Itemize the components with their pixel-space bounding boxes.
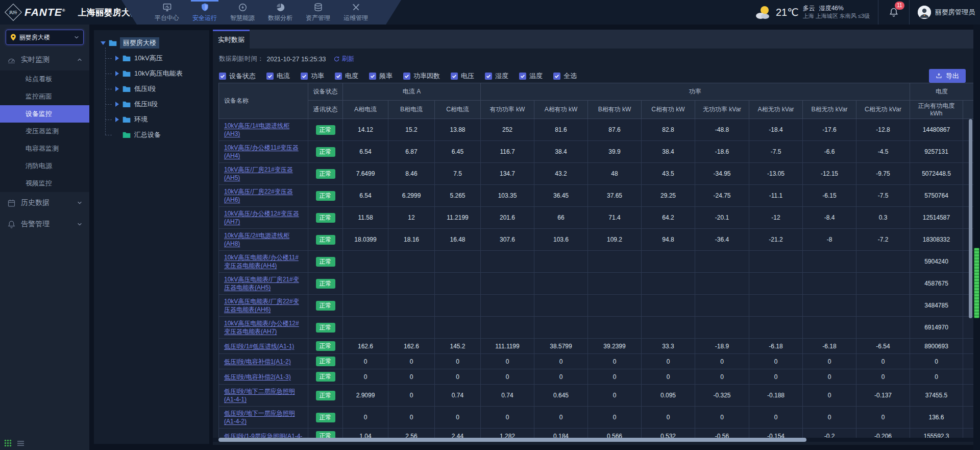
horizontal-scrollbar-thumb[interactable]	[218, 438, 806, 442]
sidebar-subitem[interactable]: 站点看板	[0, 70, 89, 88]
device-link[interactable]: 10kV高压电能表/办公楼12#变压器电能表(AH7)	[224, 320, 299, 335]
table-row: 低压I段/电容补偿2(A1-3)正常000000000000	[219, 369, 974, 385]
value-cell: 39.9	[588, 141, 642, 163]
device-link[interactable]: 低压I段/1-9层应急照明(A1-4-	[224, 433, 302, 438]
tree-node[interactable]: 低压II段	[94, 97, 209, 112]
status-badge: 正常	[316, 323, 335, 333]
notifications-button[interactable]: 11	[878, 0, 909, 25]
value-cell: 12	[388, 207, 435, 229]
weather-widget: 21℃ 多云 湿度46% 上海 上海城区 东南风 ≤3级	[753, 5, 878, 20]
device-link[interactable]: 低压I段/地下二层应急照明(A1-4-1)	[224, 388, 295, 403]
device-link[interactable]: 10kV高压/2#电源进线柜(AH8)	[224, 232, 289, 247]
tree-leaf-node[interactable]: 汇总设备	[94, 127, 209, 143]
caret-down-icon	[101, 41, 106, 45]
value-cell	[534, 295, 588, 317]
value-cell: 43.2	[534, 163, 588, 185]
tree-root-node[interactable]: 丽婴房大楼	[94, 35, 209, 51]
value-cell: 0.532	[642, 429, 695, 438]
filter-checkbox[interactable]: 湿度	[485, 72, 508, 81]
list-icon[interactable]	[17, 440, 24, 446]
device-link[interactable]: 10kV高压/1#电源进线柜(AH3)	[224, 122, 289, 137]
status-badge: 正常	[316, 191, 335, 201]
table-vertical-scrollbar-thumb[interactable]	[969, 119, 972, 318]
filter-checkbox[interactable]: 设备状态	[219, 72, 256, 81]
device-link[interactable]: 10kV高压电能表/办公楼11#变压器电能表(AH4)	[224, 254, 299, 269]
filter-checkbox[interactable]: 全选	[553, 72, 577, 81]
value-cell: 6914970	[910, 317, 963, 339]
nav-item-platform-center[interactable]: 平台中心	[152, 0, 182, 25]
device-link[interactable]: 低压I段/地下一层应急照明(A1-4-2)	[224, 410, 295, 425]
status-badge: 正常	[316, 169, 335, 179]
device-link[interactable]: 10kV高压/厂房22#变压器(AH6)	[224, 188, 293, 203]
device-link[interactable]: 10kV高压电能表/厂房22#变压器电能表(AH6)	[224, 298, 299, 313]
value-cell: -34.95	[695, 163, 749, 185]
tree-node[interactable]: 低压I段	[94, 81, 209, 97]
filter-checkbox[interactable]: 功率	[301, 72, 324, 81]
device-link[interactable]: 10kV高压电能表/厂房21#变压器电能表(AH5)	[224, 276, 299, 291]
value-cell: 0	[588, 354, 642, 369]
col-header-active-power-a: A相有功 kW	[534, 101, 588, 119]
sidebar-subitem[interactable]: 消防电源	[0, 157, 89, 175]
sidebar-subitem[interactable]: 视频监控	[0, 175, 89, 192]
user-menu[interactable]: 丽婴房管理员	[909, 0, 975, 25]
device-link[interactable]: 低压I段/电容补偿2(A1-3)	[224, 373, 291, 381]
device-link[interactable]: 低压I段/1#低压进线(A1-1)	[224, 343, 294, 350]
station-selector[interactable]: 丽婴房大楼	[6, 30, 84, 45]
sidebar-item-alarm-management[interactable]: 告警管理	[0, 214, 89, 235]
comm-status-cell: 正常	[308, 429, 343, 438]
filter-checkbox[interactable]: 频率	[369, 72, 393, 81]
shield-icon	[200, 3, 210, 12]
value-cell: -7.2	[856, 229, 910, 251]
comm-status-cell: 正常	[308, 385, 343, 407]
avatar	[918, 6, 931, 19]
sidebar-subitem[interactable]: 变压器监测	[0, 123, 89, 140]
status-badge: 正常	[316, 125, 335, 135]
device-link[interactable]: 10kV高压/厂房21#变压器(AH5)	[224, 166, 293, 181]
device-table-body: 10kV高压/1#电源进线柜(AH3)正常14.1215.213.8825281…	[219, 119, 974, 438]
value-cell	[534, 317, 588, 339]
nav-item-smart-energy[interactable]: 智慧能源	[228, 0, 257, 25]
filter-checkbox[interactable]: 功率因数	[403, 72, 440, 81]
filter-checkbox[interactable]: 电度	[335, 72, 358, 81]
value-cell: 0	[695, 407, 749, 429]
device-link[interactable]: 10kV高压/办公楼11#变压器(AH4)	[224, 144, 299, 159]
sidebar-subitem[interactable]: 设备监控	[0, 105, 89, 123]
caret-right-icon	[115, 71, 119, 76]
notification-badge: 11	[895, 2, 904, 10]
device-name-cell: 低压I段/1#低压进线(A1-1)	[219, 339, 308, 354]
filter-checkbox[interactable]: 电流	[266, 72, 290, 81]
status-badge: 正常	[316, 341, 335, 351]
filter-checkbox[interactable]: 温度	[519, 72, 543, 81]
value-cell: 0	[343, 354, 388, 369]
tab-realtime-data[interactable]: 实时数据	[213, 30, 250, 49]
debug-grid-icon[interactable]	[4, 439, 12, 447]
tree-node[interactable]: 10kV高压电能表	[94, 66, 209, 81]
page-scrollbar-thumb[interactable]	[974, 248, 979, 318]
device-link[interactable]: 10kV高压/办公楼12#变压器(AH7)	[224, 210, 299, 225]
comm-status-cell: 正常	[308, 317, 343, 339]
value-cell: 155592.3	[910, 429, 963, 438]
nav-item-data-analysis[interactable]: 数据分析	[265, 0, 295, 25]
comm-status-cell: 正常	[308, 207, 343, 229]
sidebar-item-history-data[interactable]: 历史数据	[0, 192, 89, 214]
refresh-button[interactable]: 刷新	[333, 55, 355, 63]
sidebar-subitem[interactable]: 监控画面	[0, 88, 89, 105]
value-cell: 33.3	[642, 339, 695, 354]
device-link[interactable]: 低压I段/电容补偿1(A1-2)	[224, 358, 291, 365]
sidebar-item-realtime-monitoring[interactable]: 实时监测	[0, 49, 89, 70]
value-cell: -7.5	[856, 185, 910, 207]
table-row: 10kV高压电能表/厂房22#变压器电能表(AH6)正常3484785	[219, 295, 974, 317]
nav-item-ops-management[interactable]: 运维管理	[341, 0, 371, 25]
col-header-reactive-power-b: B相无功 kVar	[803, 101, 856, 119]
value-cell: 0	[910, 354, 963, 369]
nav-item-safe-operation[interactable]: 安全运行	[190, 0, 219, 25]
device-name-cell: 10kV高压电能表/办公楼11#变压器电能表(AH4)	[219, 251, 308, 273]
nav-item-asset-management[interactable]: 资产管理	[303, 0, 333, 25]
col-header-reactive-power: 无功功率 kVar	[695, 101, 749, 119]
tree-node[interactable]: 环境	[94, 112, 209, 127]
sidebar-subitem[interactable]: 电容器监测	[0, 140, 89, 157]
filter-checkbox[interactable]: 电压	[451, 72, 474, 81]
refresh-icon	[333, 56, 340, 62]
tree-node[interactable]: 10kV高压	[94, 51, 209, 66]
export-button[interactable]: 导出	[929, 69, 966, 83]
